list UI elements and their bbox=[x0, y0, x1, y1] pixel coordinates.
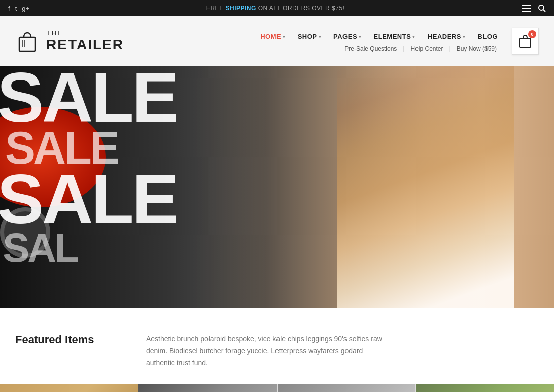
sale-text-1: SALE bbox=[0, 66, 305, 128]
chevron-down-icon: ▾ bbox=[412, 34, 416, 39]
cart-button[interactable]: 0 bbox=[512, 28, 539, 55]
top-bar: f t g+ FREE SHIPPING ON ALL ORDERS OVER … bbox=[0, 0, 554, 16]
nav-blog[interactable]: BLOG bbox=[472, 30, 503, 43]
nav-elements[interactable]: ELEMENTS ▾ bbox=[369, 30, 421, 43]
hero-person bbox=[337, 66, 514, 308]
svg-rect-0 bbox=[522, 5, 531, 6]
svg-point-3 bbox=[539, 5, 544, 10]
logo-bag-icon bbox=[15, 29, 39, 53]
featured-section: Featured Items Aesthetic brunch polaroid… bbox=[0, 308, 554, 384]
logo[interactable]: THE RETAILER bbox=[15, 29, 124, 53]
twitter-icon[interactable]: t bbox=[15, 5, 17, 12]
logo-text: THE RETAILER bbox=[46, 29, 124, 53]
product-thumb-3[interactable] bbox=[278, 384, 416, 392]
product-thumb-1[interactable] bbox=[0, 384, 138, 392]
cart-badge: 0 bbox=[528, 30, 536, 38]
top-bar-actions bbox=[522, 4, 546, 12]
nav-headers[interactable]: HEADERS ▾ bbox=[423, 30, 471, 43]
logo-retailer: RETAILER bbox=[46, 37, 124, 53]
logo-the: THE bbox=[46, 29, 124, 37]
nav-secondary: Pre-Sale Questions | Help Center | Buy N… bbox=[338, 45, 503, 52]
buy-now-link[interactable]: Buy Now ($59) bbox=[451, 45, 503, 52]
search-icon[interactable] bbox=[538, 4, 546, 12]
pre-sale-link[interactable]: Pre-Sale Questions bbox=[338, 45, 403, 52]
shipping-banner: FREE SHIPPING ON ALL ORDERS OVER $75! bbox=[29, 5, 522, 12]
featured-title: Featured Items bbox=[15, 333, 116, 346]
nav-primary: HOME ▾ SHOP ▾ PAGES ▾ ELEMENTS ▾ HEADERS bbox=[255, 30, 503, 43]
hero-sale-overlay: SALE SALE SALE SAL bbox=[0, 66, 305, 308]
help-center-link[interactable]: Help Center bbox=[404, 45, 449, 52]
products-row bbox=[0, 384, 554, 392]
sale-text-3: SALE bbox=[0, 168, 305, 230]
sale-text-4: SAL bbox=[3, 230, 305, 266]
svg-rect-2 bbox=[522, 11, 531, 12]
featured-description: Aesthetic brunch polaroid bespoke, vice … bbox=[146, 333, 388, 369]
nav-shop[interactable]: SHOP ▾ bbox=[293, 30, 326, 43]
chevron-down-icon: ▾ bbox=[319, 34, 322, 39]
svg-rect-1 bbox=[522, 8, 531, 9]
shipping-highlight: SHIPPING bbox=[225, 5, 256, 12]
facebook-icon[interactable]: f bbox=[8, 5, 10, 12]
menu-icon[interactable] bbox=[522, 5, 531, 12]
svg-line-4 bbox=[543, 10, 545, 12]
googleplus-icon[interactable]: g+ bbox=[22, 5, 29, 12]
site-header: THE RETAILER HOME ▾ SHOP ▾ PAGES ▾ EL bbox=[0, 16, 554, 66]
hero-section: SALE SALE SALE SAL bbox=[0, 66, 554, 308]
main-nav: HOME ▾ SHOP ▾ PAGES ▾ ELEMENTS ▾ HEADERS bbox=[255, 30, 503, 52]
social-links: f t g+ bbox=[8, 5, 29, 12]
nav-home[interactable]: HOME ▾ bbox=[255, 30, 291, 43]
chevron-down-icon: ▾ bbox=[283, 34, 286, 39]
nav-pages[interactable]: PAGES ▾ bbox=[328, 30, 367, 43]
svg-rect-5 bbox=[19, 37, 35, 51]
chevron-down-icon: ▾ bbox=[463, 34, 466, 39]
product-thumb-2[interactable] bbox=[138, 384, 277, 392]
svg-rect-8 bbox=[520, 38, 531, 47]
chevron-down-icon: ▾ bbox=[359, 34, 362, 39]
product-thumb-4[interactable] bbox=[416, 384, 554, 392]
